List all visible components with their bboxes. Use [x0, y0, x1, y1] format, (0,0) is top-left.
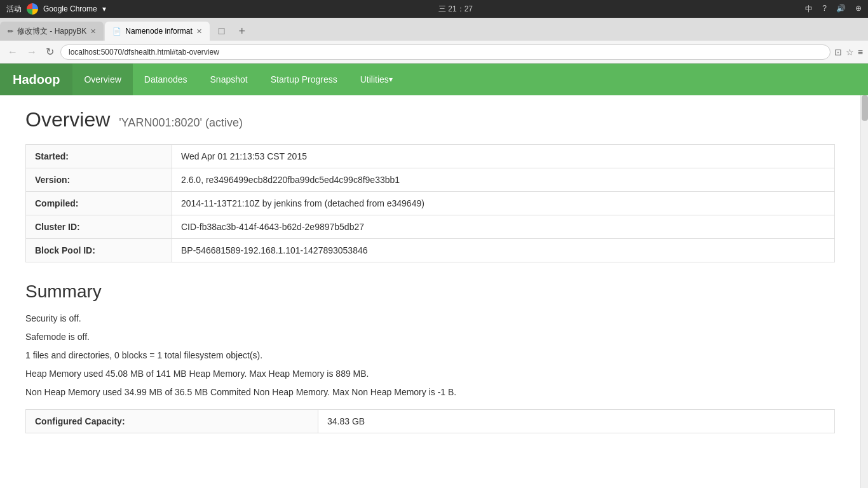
activity-label: 活动 [6, 4, 22, 15]
table-row: Block Pool ID:BP-546681589-192.168.1.101… [26, 239, 835, 262]
info-value: Wed Apr 01 21:13:53 CST 2015 [172, 145, 835, 168]
titlebar-center: 三 21：27 [438, 4, 473, 15]
summary-line: Security is off. [25, 312, 835, 325]
menu-icon[interactable]: ≡ [858, 47, 863, 57]
hadoop-brand: Hadoop [0, 64, 72, 95]
brand-label: Hadoop [13, 72, 60, 87]
info-label: Version: [26, 168, 172, 192]
overview-subtitle: 'YARN001:8020' (active) [116, 116, 243, 129]
info-label: Block Pool ID: [26, 239, 172, 262]
clock: 三 21：27 [438, 4, 473, 13]
info-value: 2014-11-13T21:10Z by jenkins from (detac… [172, 192, 835, 215]
summary-table: Configured Capacity:34.83 GB [25, 409, 835, 433]
browser-titlebar: 活动 Google Chrome ▾ 三 21：27 中 ? 🔊 ⊕ [0, 0, 868, 18]
nav-item-overview[interactable]: Overview [72, 64, 132, 95]
tab-happybk[interactable]: ✏ 修改博文 - HappyBK ✕ [0, 22, 104, 41]
scrollbar-thumb[interactable] [862, 95, 868, 121]
dropdown-icon[interactable]: ▾ [102, 4, 106, 13]
info-label: Started: [26, 145, 172, 168]
summary-line: Heap Memory used 45.08 MB of 141 MB Heap… [25, 367, 835, 381]
titlebar-left: 活动 Google Chrome ▾ [6, 3, 106, 15]
info-value: BP-546681589-192.168.1.101-1427893053846 [172, 239, 835, 262]
reload-button[interactable]: ↻ [43, 44, 57, 59]
tab-label-namenode: Namenode informat [125, 27, 192, 36]
scroll-area[interactable]: Overview 'YARN001:8020' (active) Started… [0, 95, 860, 488]
nav-label-startup-progress: Startup Progress [271, 74, 337, 85]
table-row: Compiled:2014-11-13T21:10Z by jenkins fr… [26, 192, 835, 215]
nav-item-snapshot[interactable]: Snapshot [199, 64, 259, 95]
nav-item-startup-progress[interactable]: Startup Progress [259, 64, 349, 95]
bookmark-icon[interactable]: ☆ [846, 47, 854, 57]
overview-title: Overview [25, 108, 110, 131]
info-value: CID-fb38ac3b-414f-4643-b62d-2e9897b5db27 [172, 215, 835, 239]
tab-close-namenode[interactable]: ✕ [196, 27, 202, 36]
power-icon: ⊕ [855, 4, 862, 15]
table-row: Cluster ID:CID-fb38ac3b-414f-4643-b62d-2… [26, 215, 835, 239]
nav-label-datanodes: Datanodes [144, 74, 187, 85]
nav-label-overview: Overview [84, 74, 121, 85]
scrollbar-track[interactable] [860, 95, 868, 488]
summary-label: Configured Capacity: [26, 410, 318, 433]
summary-title: Summary [25, 281, 835, 302]
tab-empty-icon: □ [219, 25, 225, 37]
summary-line: Safemode is off. [25, 330, 835, 344]
volume-icon: 🔊 [836, 4, 846, 15]
chrome-logo-icon [27, 3, 38, 15]
ime-indicator[interactable]: 中 [805, 4, 813, 15]
tab-close-happybk[interactable]: ✕ [90, 27, 96, 36]
nav-label-utilities: Utilities [360, 74, 389, 85]
nav-item-datanodes[interactable]: Datanodes [133, 64, 199, 95]
help-icon: ? [822, 4, 827, 15]
table-row: Started:Wed Apr 01 21:13:53 CST 2015 [26, 145, 835, 168]
summary-line: 1 files and directories, 0 blocks = 1 to… [25, 349, 835, 362]
info-table: Started:Wed Apr 01 21:13:53 CST 2015Vers… [25, 144, 835, 262]
nav-label-snapshot: Snapshot [210, 74, 248, 85]
url-input[interactable] [60, 44, 831, 60]
summary-line: Non Heap Memory used 34.99 MB of 36.5 MB… [25, 386, 835, 399]
nav-item-utilities[interactable]: Utilities [349, 64, 404, 95]
back-button[interactable]: ← [5, 45, 20, 59]
browser-title: Google Chrome [43, 4, 97, 13]
titlebar-right: 中 ? 🔊 ⊕ [805, 4, 862, 15]
forward-button[interactable]: → [24, 45, 39, 59]
tab-label-happybk: 修改博文 - HappyBK [17, 26, 86, 37]
tab-empty: □ [211, 22, 233, 41]
summary-lines: Security is off.Safemode is off.1 files … [25, 312, 835, 399]
hadoop-navbar: Hadoop Overview Datanodes Snapshot Start… [0, 64, 868, 95]
new-tab-button[interactable]: + [233, 22, 250, 41]
table-row: Configured Capacity:34.83 GB [26, 410, 835, 433]
table-row: Version:2.6.0, re3496499ecb8d220fba99dc5… [26, 168, 835, 192]
info-value: 2.6.0, re3496499ecb8d220fba99dc5ed4c99c8… [172, 168, 835, 192]
tab-icon-happybk: ✏ [8, 27, 13, 36]
info-label: Compiled: [26, 192, 172, 215]
summary-value: 34.83 GB [318, 410, 835, 433]
page-title: Overview 'YARN001:8020' (active) [25, 108, 835, 132]
tab-bar: ✏ 修改博文 - HappyBK ✕ 📄 Namenode informat ✕… [0, 18, 868, 41]
info-label: Cluster ID: [26, 215, 172, 239]
page-wrapper: Overview 'YARN001:8020' (active) Started… [0, 95, 868, 488]
cast-icon[interactable]: ⊡ [834, 47, 842, 57]
address-bar: ← → ↻ ⊡ ☆ ≡ [0, 41, 868, 64]
main-content: Overview 'YARN001:8020' (active) Started… [0, 95, 860, 446]
tab-namenode[interactable]: 📄 Namenode informat ✕ [105, 22, 209, 41]
address-right: ⊡ ☆ ≡ [834, 47, 863, 57]
tab-icon-namenode: 📄 [112, 27, 121, 36]
